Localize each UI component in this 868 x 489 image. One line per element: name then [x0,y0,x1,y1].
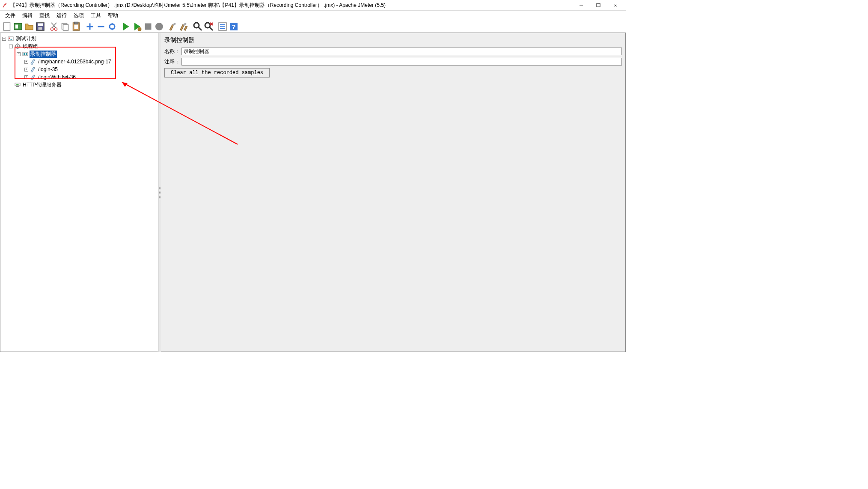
tree-test-plan[interactable]: − 测试计划 [1,35,157,42]
search-icon[interactable] [193,21,203,32]
svg-rect-56 [16,86,19,87]
toolbar: ? [0,20,626,33]
svg-rect-48 [26,53,27,55]
expand-icon[interactable]: + [24,60,28,64]
svg-point-53 [16,84,17,85]
templates-icon[interactable] [13,21,23,32]
svg-rect-9 [39,27,42,30]
svg-rect-46 [23,52,28,56]
menu-edit[interactable]: 编辑 [19,11,36,20]
svg-point-25 [194,23,199,28]
collapse-icon[interactable] [96,21,106,32]
svg-point-51 [34,75,35,76]
menu-help[interactable]: 帮助 [104,11,122,20]
copy-icon[interactable] [60,21,70,32]
start-no-pause-icon[interactable] [132,21,142,32]
cut-icon[interactable] [49,21,59,32]
svg-point-10 [51,28,54,30]
svg-point-27 [205,23,210,28]
svg-point-41 [17,45,18,47]
comment-input[interactable] [181,58,622,66]
expand-icon[interactable]: + [24,68,28,72]
tree-label: HTTP代理服务器 [22,81,62,89]
menu-tools[interactable]: 工具 [87,11,104,20]
collapse-icon[interactable]: − [2,37,6,41]
content-area: − 测试计划 − 线程组 − 录制控制器 + /img/banner-4.012… [0,33,626,352]
sampler-icon [30,66,36,73]
new-icon[interactable] [2,21,12,32]
tree-label: 录制控制器 [30,51,57,58]
clear-samples-button[interactable]: Clear all the recorded samples [164,68,270,78]
svg-point-54 [17,84,18,85]
menu-options[interactable]: 选项 [70,11,87,20]
function-helper-icon[interactable] [217,21,228,32]
maximize-button[interactable] [590,0,607,11]
tree-panel: − 测试计划 − 线程组 − 录制控制器 + /img/banner-4.012… [0,33,158,352]
expand-icon[interactable] [85,21,95,32]
svg-line-13 [51,23,56,28]
start-icon[interactable] [121,21,131,32]
tree-sampler-2[interactable]: + /login-35 [1,66,157,73]
collapse-icon[interactable]: − [9,45,13,48]
tree-thread-group[interactable]: − 线程组 [1,42,157,50]
menu-search[interactable]: 查找 [36,11,53,20]
svg-rect-18 [74,24,78,29]
main-panel: 录制控制器 名称： 注释： Clear all the recorded sam… [161,33,626,352]
svg-point-22 [138,27,142,31]
svg-rect-47 [24,53,25,55]
svg-rect-15 [63,24,68,30]
svg-rect-4 [4,23,10,30]
svg-rect-17 [74,22,78,24]
svg-point-11 [55,28,57,30]
app-icon [2,2,8,8]
svg-point-49 [34,60,35,60]
menu-file[interactable]: 文件 [2,11,19,20]
svg-line-12 [52,23,57,28]
save-icon[interactable] [35,21,45,32]
svg-point-39 [11,39,12,40]
svg-rect-37 [8,37,13,41]
svg-line-28 [210,27,213,30]
tree-label: /loginWithJwt-36 [37,74,77,80]
paste-icon[interactable] [71,21,81,32]
toggle-icon[interactable] [107,21,117,32]
clear-icon[interactable] [168,21,178,32]
svg-point-24 [155,23,163,30]
tree-sampler-1[interactable]: + /img/banner-4.01253b4c.png-17 [1,58,157,66]
clear-all-icon[interactable] [179,21,189,32]
svg-rect-8 [38,23,43,26]
expand-icon[interactable]: + [24,75,28,79]
shutdown-icon[interactable] [154,21,164,32]
menu-run[interactable]: 运行 [53,11,70,20]
svg-rect-23 [145,23,152,30]
tree-label: 线程组 [22,43,39,50]
reset-search-icon[interactable] [204,21,214,32]
panel-heading: 录制控制器 [164,35,622,48]
collapse-icon[interactable]: − [17,52,21,56]
svg-line-26 [199,27,202,30]
tree-label: /img/banner-4.01253b4c.png-17 [37,59,112,65]
svg-text:?: ? [232,23,235,30]
close-button[interactable] [607,0,624,11]
sampler-icon [30,58,36,65]
svg-point-38 [9,38,10,39]
minimize-button[interactable] [573,0,590,11]
name-input[interactable] [181,48,622,55]
svg-point-55 [18,84,19,85]
proxy-icon [14,81,21,88]
controller-icon [22,51,29,57]
svg-point-50 [34,67,35,68]
menubar: 文件 编辑 查找 运行 选项 工具 帮助 [0,11,626,20]
open-icon[interactable] [24,21,34,32]
tree-label: /login-35 [37,66,59,72]
titlebar: 【P41】录制控制器（Recording Controller） .jmx (D… [0,0,626,11]
svg-rect-1 [597,3,600,7]
threadgroup-icon [14,43,21,50]
svg-rect-6 [15,24,18,28]
testplan-icon [7,35,14,42]
stop-icon[interactable] [143,21,153,32]
tree-http-proxy[interactable]: HTTP代理服务器 [1,81,157,89]
help-icon[interactable]: ? [229,21,239,32]
tree-recording-controller[interactable]: − 录制控制器 [1,50,157,58]
tree-sampler-3[interactable]: + /loginWithJwt-36 [1,73,157,81]
